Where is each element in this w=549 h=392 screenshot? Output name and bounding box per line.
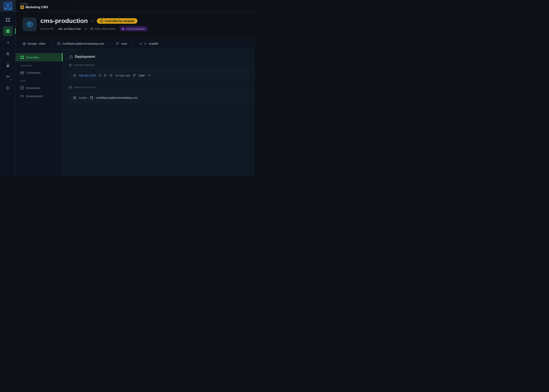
sidebar-item-cluster[interactable] bbox=[3, 83, 13, 93]
star-icon[interactable]: ☆ bbox=[91, 19, 94, 23]
service-name-block: cms-production ☆ Controlled by template … bbox=[40, 17, 148, 31]
add-description[interactable]: Add a description bbox=[90, 27, 115, 30]
build-icon bbox=[73, 74, 76, 77]
service-id-label: Service ID: bbox=[40, 27, 54, 30]
svg-point-24 bbox=[6, 88, 7, 88]
builder-icon bbox=[73, 96, 76, 99]
user-avatar[interactable]: P bbox=[4, 1, 12, 10]
main-layout: V2 bbox=[0, 12, 255, 176]
deployment-section-title: Deployment bbox=[69, 55, 249, 59]
tag-value: cms-production bbox=[126, 27, 145, 30]
svg-text:P: P bbox=[5, 8, 6, 9]
nav-resources[interactable]: Resources bbox=[16, 84, 63, 92]
svg-rect-46 bbox=[22, 56, 24, 57]
branch-icon2 bbox=[133, 74, 136, 77]
left-nav: Overview OBSERVE Containers RUN bbox=[16, 49, 63, 176]
external-link-icon[interactable] bbox=[99, 74, 101, 77]
build-name: full-cars-2140 bbox=[79, 74, 96, 77]
source-type: builder bbox=[79, 96, 87, 99]
divider1: | bbox=[51, 41, 52, 46]
template-badge[interactable]: Controlled by template bbox=[97, 18, 138, 24]
copy-build-icon[interactable] bbox=[104, 74, 107, 77]
run-section-label: RUN bbox=[16, 77, 63, 84]
containers-icon bbox=[20, 71, 24, 74]
source-card[interactable]: builder northflank-platform/marketing-cm… bbox=[69, 93, 249, 103]
resources-icon bbox=[20, 86, 24, 90]
nav-resources-label: Resources bbox=[26, 86, 40, 90]
svg-point-21 bbox=[7, 87, 8, 89]
svg-rect-11 bbox=[6, 32, 10, 33]
branch-item: main bbox=[116, 42, 127, 45]
github-icon bbox=[57, 42, 60, 45]
svg-rect-52 bbox=[21, 86, 24, 89]
service-title-row: cms-production ☆ Controlled by template … bbox=[23, 17, 248, 31]
svg-point-56 bbox=[70, 65, 71, 65]
commit-item: ⧉ e1adf4f bbox=[139, 42, 158, 45]
sidebar-item-services[interactable] bbox=[3, 26, 13, 36]
service-meta-row: Service ID: cms-production ⧉ Add a descr… bbox=[40, 26, 148, 31]
commit-text: e1adf4f bbox=[149, 42, 158, 45]
nav-containers[interactable]: Containers bbox=[16, 68, 63, 77]
sidebar-item-secrets[interactable] bbox=[3, 60, 13, 70]
svg-point-19 bbox=[6, 76, 7, 77]
svg-point-42 bbox=[140, 43, 141, 44]
tag-badge[interactable]: ▶ cms-production bbox=[120, 26, 148, 31]
repo-text: northflank-platform/marketing-cms bbox=[62, 42, 104, 45]
region-text: Europe - West bbox=[28, 42, 45, 45]
repo-item: northflank-platform/marketing-cms bbox=[57, 42, 104, 45]
svg-point-66 bbox=[135, 74, 136, 75]
info-bar: Europe - West | northflank-platform/mark… bbox=[16, 38, 255, 49]
svg-line-53 bbox=[22, 95, 22, 97]
svg-rect-61 bbox=[105, 75, 106, 77]
service-icon bbox=[23, 17, 36, 31]
template-badge-label: Controlled by template bbox=[105, 19, 134, 22]
deployment-title: Deployment bbox=[75, 55, 95, 59]
nav-environment[interactable]: Environment bbox=[16, 92, 63, 100]
sidebar-item-jobs[interactable] bbox=[3, 38, 13, 48]
branch-icon bbox=[116, 42, 119, 45]
svg-point-23 bbox=[7, 89, 8, 90]
svg-rect-16 bbox=[7, 53, 8, 54]
nav-containers-label: Containers bbox=[26, 71, 41, 74]
environment-icon bbox=[20, 94, 24, 98]
right-content: Deployment Currently deployed bbox=[63, 49, 255, 176]
commit-icon bbox=[139, 42, 142, 45]
platform-label: Platform bbox=[20, 3, 70, 5]
svg-line-60 bbox=[100, 75, 101, 76]
svg-point-1 bbox=[7, 4, 9, 7]
svg-rect-47 bbox=[21, 58, 22, 59]
svg-point-67 bbox=[148, 75, 150, 76]
observe-section-label: OBSERVE bbox=[16, 61, 63, 68]
content-area: cms-production ☆ Controlled by template … bbox=[16, 12, 255, 176]
copy-id-icon[interactable]: ⧉ bbox=[85, 27, 86, 30]
svg-rect-49 bbox=[21, 72, 24, 74]
deployment-source-label: Deployment source bbox=[69, 84, 249, 91]
service-header: cms-production ☆ Controlled by template … bbox=[16, 12, 255, 38]
svg-point-40 bbox=[116, 44, 117, 45]
nav-overview[interactable]: Overview bbox=[16, 53, 63, 61]
deployment-source-text: Deployment source bbox=[73, 86, 95, 89]
service-name-row: cms-production ☆ Controlled by template bbox=[40, 17, 148, 25]
logo-area[interactable]: P bbox=[0, 0, 16, 12]
sidebar-item-addons[interactable] bbox=[3, 49, 13, 59]
time-icon bbox=[109, 74, 113, 77]
sidebar-item-dashboard[interactable] bbox=[3, 15, 13, 25]
add-description-label: Add a description bbox=[94, 27, 115, 30]
branch-text: main bbox=[121, 42, 127, 45]
build-branch: main bbox=[139, 74, 145, 77]
platform-info: Platform Marketing CMS bbox=[16, 0, 75, 12]
svg-rect-9 bbox=[6, 30, 10, 30]
sidebar-item-pipelines[interactable]: V2 bbox=[3, 72, 13, 82]
deployment-section-icon bbox=[69, 55, 73, 59]
deployment-card[interactable]: full-cars-2140 14 da bbox=[69, 70, 249, 80]
divider2: | bbox=[110, 41, 111, 46]
svg-rect-48 bbox=[22, 58, 24, 59]
sidebar: V2 bbox=[0, 12, 16, 176]
svg-rect-70 bbox=[69, 86, 71, 89]
svg-point-25 bbox=[9, 88, 10, 88]
copy-commit-icon[interactable]: ⧉ bbox=[144, 42, 146, 45]
svg-rect-8 bbox=[8, 20, 10, 22]
build-time: 14 days ago bbox=[115, 74, 130, 77]
svg-point-20 bbox=[9, 76, 10, 77]
top-bar: P Platform Marketing CMS bbox=[0, 0, 255, 12]
